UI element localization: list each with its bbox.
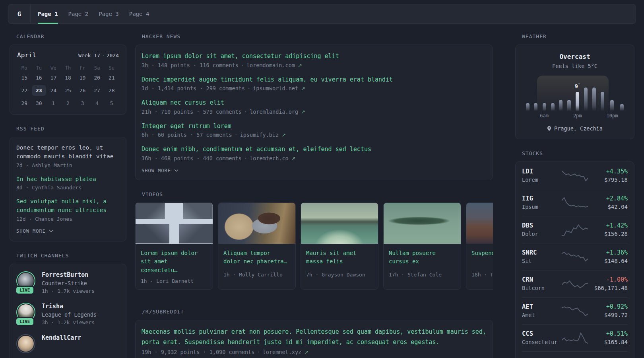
stock-row: LDI Lorem +4.35% $795.18 <box>522 162 628 189</box>
hn-item-title[interactable]: Lorem ipsum dolor sit amet, consectetur … <box>142 52 487 61</box>
video-thumbnail[interactable] <box>301 203 378 244</box>
app-logo[interactable]: G <box>8 4 31 23</box>
calendar-month: April <box>17 51 36 59</box>
reddit-post-title[interactable]: Maecenas mollis pulvinar erat non posuer… <box>142 327 487 348</box>
weather-bar <box>584 88 588 111</box>
calendar-day-grid: 1516171819202122232425262728293012345 <box>17 72 119 109</box>
stock-value-block: +1.36% $148.64 <box>590 249 628 265</box>
channel-name[interactable]: KendallCarr <box>42 334 81 341</box>
rss-item-title[interactable]: Donec tempor eros leo, ut commodo mauris… <box>16 144 120 161</box>
stock-ticker[interactable]: CRN <box>522 276 560 283</box>
video-title[interactable]: Aliquam tempor dolor nec pharetra… <box>218 244 295 268</box>
stocks-widget: STOCKS LDI Lorem +4.35% $795.18 <box>515 150 634 358</box>
video-thumbnail[interactable] <box>136 203 213 244</box>
show-more-button[interactable]: SHOW MORE <box>16 228 53 234</box>
calendar-day: 18 <box>61 72 76 83</box>
hn-item-stats: 6h · 60 points · 57 comments <box>142 132 232 138</box>
channel-name[interactable]: Trisha <box>42 303 97 310</box>
weather-feels-like: Feels like 5°C <box>516 63 634 69</box>
nav-tabs: Page 1 Page 2 Page 3 Page 4 <box>38 4 149 23</box>
video-thumbnail[interactable] <box>384 203 461 244</box>
nav-tab[interactable]: Page 2 <box>68 4 89 23</box>
hn-item-title[interactable]: Donec imperdiet augue tincidunt felis al… <box>142 75 487 84</box>
calendar-day: 4 <box>90 98 105 109</box>
video-thumbnail[interactable] <box>218 203 295 244</box>
weather-bar <box>601 92 604 111</box>
twitch-channel[interactable]: LIVE Trisha League of Legends 3h · 1.2k … <box>16 303 120 326</box>
weather-bar <box>610 100 614 111</box>
stock-symbol-block: CCS Consectetur <box>522 330 560 346</box>
stock-price: $165.84 <box>590 339 628 346</box>
weekday-label: Fr <box>75 64 90 72</box>
external-link-icon: ↗ <box>304 349 308 355</box>
channel-name[interactable]: ForrestBurton <box>42 271 95 278</box>
hn-item-title[interactable]: Integer eget rutrum lorem <box>142 122 487 131</box>
stock-ticker[interactable]: CCS <box>522 330 560 337</box>
channel-game: League of Legends <box>42 311 97 318</box>
stock-ticker[interactable]: DBS <box>522 222 560 229</box>
show-more-button[interactable]: SHOW MORE <box>142 168 178 173</box>
hn-item: Lorem ipsum dolor sit amet, consectetur … <box>142 52 487 68</box>
weather-bar-column <box>618 76 626 120</box>
stock-ticker[interactable]: SNRC <box>522 249 560 256</box>
twitch-channel[interactable]: LIVE KendallCarr <box>16 334 120 353</box>
left-column: CALENDAR April Week 17·2024 MoTuWeThFrSa… <box>10 33 126 358</box>
hn-item-stats: 3h · 148 points · 116 comments <box>142 62 239 68</box>
meta-separator: · <box>244 155 247 161</box>
reddit-post-stats: 19h · 9,932 points · 1,090 comments <box>142 349 254 355</box>
videos-widget: VIDEOS Lorem ipsum dolor sit amet consec… <box>135 191 493 290</box>
nav-tab[interactable]: Page 4 <box>129 4 149 23</box>
stock-name: Lorem <box>522 177 560 183</box>
calendar-day: 27 <box>90 85 105 96</box>
hn-item-domain[interactable]: ipsumworld.net <box>253 85 298 91</box>
rss-item-title[interactable]: In hac habitasse platea <box>16 175 120 184</box>
stock-ticker[interactable]: LDI <box>522 168 560 175</box>
weather-widget: WEATHER Overcast Feels like 5°C 6am9°2pm… <box>515 33 634 139</box>
hn-item-domain[interactable]: ipsumify.biz <box>240 132 279 138</box>
video-title[interactable]: Suspendisse diam <box>466 244 493 268</box>
video-title[interactable]: Lorem ipsum dolor sit amet consectetu… <box>136 244 213 275</box>
nav-tab[interactable]: Page 3 <box>99 4 119 23</box>
calendar-week: Week 17 <box>78 53 100 58</box>
weather-card: Overcast Feels like 5°C 6am9°2pm10pm Pra… <box>515 45 634 139</box>
meta-separator: · <box>241 62 244 68</box>
stock-change: +0.51% <box>590 330 628 337</box>
twitch-channel-info: KendallCarr <box>42 334 81 353</box>
rss-item: Sed volutpat nulla nisl, a condimentum n… <box>16 197 120 222</box>
hn-item-title[interactable]: Aliquam nec cursus elit <box>142 98 487 107</box>
stock-sparkline <box>562 222 588 237</box>
subreddit-card: Maecenas mollis pulvinar erat non posuer… <box>135 320 493 358</box>
meta-separator: · <box>102 53 105 58</box>
video-thumbnail[interactable] <box>466 203 493 244</box>
nav-tab-label: Page 1 <box>38 11 58 17</box>
hn-item-stats: 21h · 710 points · 579 comments <box>142 109 242 115</box>
stocks-card: LDI Lorem +4.35% $795.18 IIG Ipsum <box>515 161 634 358</box>
hn-item-domain[interactable]: loremdomain.com <box>246 62 295 68</box>
rss-item-title[interactable]: Sed volutpat nulla nisl, a condimentum n… <box>16 197 120 215</box>
hn-item: Donec imperdiet augue tincidunt felis al… <box>142 75 487 92</box>
video-title[interactable]: Nullam posuere cursus ex <box>384 244 461 268</box>
stock-ticker[interactable]: AET <box>522 303 560 310</box>
reddit-post-domain[interactable]: loremnet.xyz <box>263 349 302 355</box>
nav-tab-label: Page 4 <box>129 11 149 17</box>
calendar-day: 30 <box>32 98 47 109</box>
hn-item-title[interactable]: Donec enim nibh, condimentum et accumsan… <box>142 145 487 154</box>
avatar: LIVE <box>16 303 35 322</box>
video-title[interactable]: Mauris sit amet massa felis <box>301 244 378 268</box>
stock-value-block: +0.92% $499.72 <box>590 303 628 319</box>
weekday-label: Tu <box>32 64 47 72</box>
hn-item-domain[interactable]: loremtech.co <box>250 155 289 161</box>
stock-symbol-block: DBS Dolor <box>522 222 560 237</box>
nav-tab[interactable]: Page 1 <box>38 4 58 23</box>
weather-bar <box>543 103 546 111</box>
weather-chart: 6am9°2pm10pm <box>524 76 626 120</box>
hn-item-domain[interactable]: loremlandia.org <box>250 109 298 115</box>
stock-row: DBS Dolor +1.42% $156.28 <box>522 216 628 243</box>
stock-price: $795.18 <box>590 177 628 183</box>
meta-separator: · <box>257 349 260 355</box>
section-label: RSS FEED <box>16 126 126 132</box>
nav-tab-label: Page 3 <box>99 11 119 17</box>
twitch-channel[interactable]: LIVE ForrestBurton Counter-Strike 1h · 1… <box>16 271 120 295</box>
stock-ticker[interactable]: IIG <box>522 195 560 202</box>
calendar-day: 21 <box>104 72 119 83</box>
